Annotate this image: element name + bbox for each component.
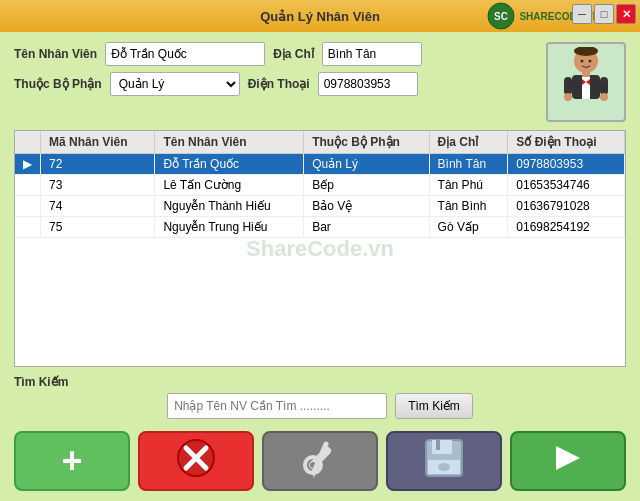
cell-ma: 75	[41, 217, 155, 238]
row-indicator	[15, 196, 41, 217]
col-ten: Tên Nhân Viên	[155, 131, 304, 154]
delete-button[interactable]	[138, 431, 254, 491]
table-row[interactable]: 74 Nguyễn Thành Hiếu Bảo Vệ Tân Bình 016…	[15, 196, 625, 217]
dia-chi-label: Địa Chỉ	[273, 47, 314, 61]
ten-nhan-vien-input[interactable]	[105, 42, 265, 66]
cell-diachi: Tân Bình	[429, 196, 508, 217]
row-indicator	[15, 175, 41, 196]
cell-diachi: Gò Vấp	[429, 217, 508, 238]
save-button[interactable]	[386, 431, 502, 491]
minimize-button[interactable]: ─	[572, 4, 592, 24]
col-bophan: Thuộc Bộ Phận	[304, 131, 429, 154]
add-button[interactable]: +	[14, 431, 130, 491]
cell-ma: 73	[41, 175, 155, 196]
title-bar: SC SHARECODE.VN Quản Lý Nhân Viên ─ □ ✕	[0, 0, 640, 32]
col-diachi: Địa Chỉ	[429, 131, 508, 154]
search-label: Tìm Kiếm	[14, 375, 626, 389]
svg-rect-14	[582, 71, 590, 77]
cell-diachi: Tân Phú	[429, 175, 508, 196]
cell-diachi: Bình Tân	[429, 154, 508, 175]
cell-bophan: Bảo Vệ	[304, 196, 429, 217]
col-sdt: Số Điện Thoại	[508, 131, 625, 154]
dia-chi-input[interactable]	[322, 42, 422, 66]
avatar-area	[546, 42, 626, 122]
cell-ten: Lê Tấn Cường	[155, 175, 304, 196]
svg-point-5	[589, 60, 592, 63]
table-container: ShareCode.vn Mã Nhân Viên Tên Nhân Viên …	[14, 130, 626, 367]
thuoc-bo-phan-select[interactable]: Quản Lý Bếp Bảo Vệ Bar	[110, 72, 240, 96]
cell-sdt: 01698254192	[508, 217, 625, 238]
cell-bophan: Bếp	[304, 175, 429, 196]
cell-ten: Nguyễn Thành Hiếu	[155, 196, 304, 217]
tools-button[interactable]	[262, 431, 378, 491]
svg-marker-28	[556, 446, 580, 470]
svg-point-27	[438, 463, 450, 471]
cell-sdt: 01636791028	[508, 196, 625, 217]
svg-text:SC: SC	[494, 11, 508, 22]
delete-icon	[176, 438, 216, 485]
svg-point-4	[581, 60, 584, 63]
watermark: ShareCode.vn	[246, 236, 394, 262]
svg-point-12	[564, 93, 572, 101]
cell-ma: 72	[41, 154, 155, 175]
ten-nhan-vien-label: Tên Nhân Viên	[14, 47, 97, 61]
next-icon	[548, 438, 588, 485]
cell-bophan: Quản Lý	[304, 154, 429, 175]
close-button[interactable]: ✕	[616, 4, 636, 24]
svg-rect-24	[432, 440, 452, 454]
window-title: Quản Lý Nhân Viên	[260, 9, 380, 24]
search-input[interactable]	[167, 393, 387, 419]
svg-rect-7	[582, 75, 590, 99]
cell-bophan: Bar	[304, 217, 429, 238]
cell-ma: 74	[41, 196, 155, 217]
col-ma: Mã Nhân Viên	[41, 131, 155, 154]
cell-sdt: 01653534746	[508, 175, 625, 196]
next-button[interactable]	[510, 431, 626, 491]
row-indicator: ▶	[15, 154, 41, 175]
col-indicator	[15, 131, 41, 154]
row-indicator	[15, 217, 41, 238]
svg-rect-25	[436, 440, 440, 450]
thuoc-bo-phan-label: Thuộc Bộ Phận	[14, 77, 102, 91]
maximize-button[interactable]: □	[594, 4, 614, 24]
svg-point-13	[600, 93, 608, 101]
search-button[interactable]: Tìm Kiếm	[395, 393, 473, 419]
table-row[interactable]: 75 Nguyễn Trung Hiếu Bar Gò Vấp 01698254…	[15, 217, 625, 238]
cell-ten: Nguyễn Trung Hiếu	[155, 217, 304, 238]
dien-thoai-input[interactable]	[318, 72, 418, 96]
save-icon	[422, 436, 466, 487]
table-row[interactable]: ▶ 72 Đỗ Trần Quốc Quản Lý Bình Tân 09788…	[15, 154, 625, 175]
tools-icon	[298, 436, 342, 487]
cell-sdt: 0978803953	[508, 154, 625, 175]
cell-ten: Đỗ Trần Quốc	[155, 154, 304, 175]
dien-thoai-label: Điện Thoại	[248, 77, 310, 91]
svg-rect-10	[564, 77, 572, 95]
svg-rect-11	[600, 77, 608, 95]
add-icon: +	[61, 440, 82, 482]
table-row[interactable]: 73 Lê Tấn Cường Bếp Tân Phú 01653534746	[15, 175, 625, 196]
